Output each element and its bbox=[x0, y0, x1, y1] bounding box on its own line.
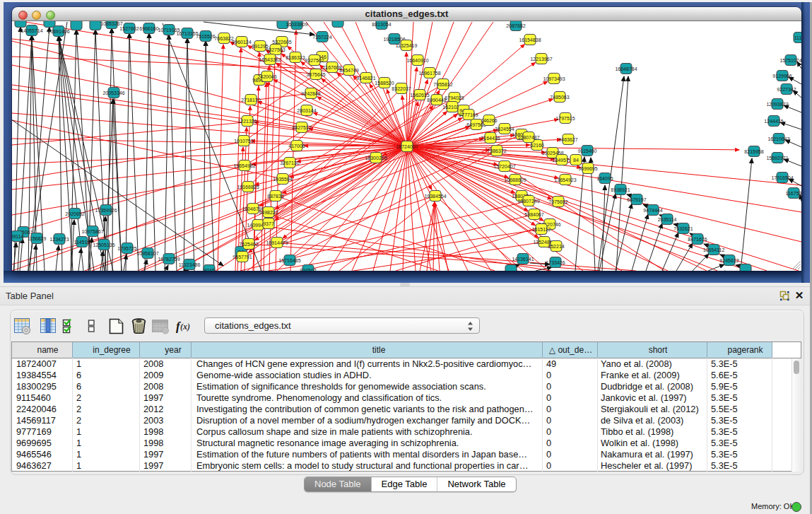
svg-text:3875645: 3875645 bbox=[306, 72, 325, 77]
svg-text:9242848: 9242848 bbox=[301, 91, 320, 96]
svg-text:15751074: 15751074 bbox=[779, 58, 801, 63]
svg-text:9657791: 9657791 bbox=[233, 255, 252, 259]
svg-text:8215958: 8215958 bbox=[744, 149, 763, 154]
svg-text:1527602: 1527602 bbox=[119, 26, 139, 31]
svg-text:1588520: 1588520 bbox=[375, 81, 394, 86]
svg-text:7075692: 7075692 bbox=[548, 199, 567, 204]
svg-text:3267130: 3267130 bbox=[280, 160, 299, 165]
svg-text:6794028: 6794028 bbox=[445, 95, 464, 100]
svg-text:1156829: 1156829 bbox=[28, 236, 47, 241]
svg-text:12213967: 12213967 bbox=[530, 57, 552, 62]
svg-text:10973493: 10973493 bbox=[543, 76, 565, 81]
svg-text:9245612: 9245612 bbox=[719, 258, 739, 263]
svg-text:19166825: 19166825 bbox=[237, 185, 259, 189]
svg-text:62160: 62160 bbox=[530, 143, 544, 148]
svg-text:7955812: 7955812 bbox=[433, 82, 452, 87]
svg-text:11325419: 11325419 bbox=[396, 43, 418, 48]
svg-text:924502: 924502 bbox=[300, 268, 316, 271]
svg-text:14055714: 14055714 bbox=[20, 28, 42, 33]
svg-text:16914479: 16914479 bbox=[266, 240, 288, 245]
svg-text:2935114: 2935114 bbox=[658, 217, 677, 222]
svg-text:9474444: 9474444 bbox=[643, 208, 662, 213]
svg-text:9115460: 9115460 bbox=[578, 148, 597, 153]
svg-text:3624554: 3624554 bbox=[495, 127, 514, 132]
svg-text:2164436: 2164436 bbox=[481, 136, 500, 141]
svg-text:9245: 9245 bbox=[204, 268, 215, 271]
svg-text:16154838: 16154838 bbox=[519, 37, 541, 42]
svg-text:2087682: 2087682 bbox=[506, 23, 525, 28]
svg-text:19654982: 19654982 bbox=[233, 163, 255, 168]
svg-text:10975867: 10975867 bbox=[81, 229, 103, 234]
svg-text:8427512: 8427512 bbox=[292, 125, 311, 130]
svg-text:16961758: 16961758 bbox=[418, 71, 440, 76]
svg-text:7632621: 7632621 bbox=[673, 226, 693, 231]
svg-text:7625402: 7625402 bbox=[239, 242, 258, 247]
svg-text:417006: 417006 bbox=[288, 144, 305, 148]
svg-text:9129966: 9129966 bbox=[772, 74, 792, 78]
svg-text:16648784: 16648784 bbox=[615, 66, 637, 71]
svg-text:19384554: 19384554 bbox=[424, 194, 446, 199]
svg-text:1349579: 1349579 bbox=[552, 158, 571, 163]
svg-text:13654923: 13654923 bbox=[554, 177, 576, 182]
svg-text:18300295: 18300295 bbox=[365, 156, 387, 160]
svg-text:9463627: 9463627 bbox=[558, 137, 577, 142]
svg-text:1797515: 1797515 bbox=[555, 116, 575, 121]
svg-text:15720407: 15720407 bbox=[493, 164, 515, 169]
svg-text:116753: 116753 bbox=[786, 191, 801, 196]
svg-text:16033809: 16033809 bbox=[286, 22, 307, 27]
svg-text:18724007: 18724007 bbox=[396, 144, 418, 149]
svg-text:1221336: 1221336 bbox=[237, 119, 257, 124]
svg-text:1935594: 1935594 bbox=[273, 177, 292, 182]
svg-text:8322037: 8322037 bbox=[392, 86, 411, 91]
svg-text:1112: 1112 bbox=[794, 35, 801, 40]
svg-text:1244415: 1244415 bbox=[764, 119, 783, 124]
svg-text:15716485: 15716485 bbox=[278, 258, 300, 263]
svg-text:(x): (x) bbox=[180, 322, 190, 332]
svg-text:9146821: 9146821 bbox=[356, 76, 375, 81]
svg-text:16210643: 16210643 bbox=[767, 136, 789, 141]
svg-text:1234273: 1234273 bbox=[49, 237, 69, 242]
svg-text:8454749: 8454749 bbox=[339, 68, 358, 73]
svg-text:16713155: 16713155 bbox=[176, 31, 198, 36]
svg-text:7386372: 7386372 bbox=[487, 148, 506, 153]
svg-text:7357224: 7357224 bbox=[312, 35, 331, 40]
svg-text:7515526: 7515526 bbox=[196, 34, 215, 39]
svg-text:7663822: 7663822 bbox=[214, 36, 233, 41]
svg-text:39114: 39114 bbox=[12, 234, 24, 239]
svg-text:5322605: 5322605 bbox=[272, 40, 291, 45]
svg-text:5984067: 5984067 bbox=[524, 212, 543, 217]
svg-text:2718170: 2718170 bbox=[241, 98, 260, 103]
svg-text:12505135: 12505135 bbox=[93, 243, 114, 247]
svg-text:9777169: 9777169 bbox=[459, 112, 478, 117]
svg-text:10688609: 10688609 bbox=[504, 177, 526, 182]
svg-text:1795725: 1795725 bbox=[117, 246, 136, 251]
svg-text:1010753: 1010753 bbox=[234, 139, 253, 144]
svg-text:12093872: 12093872 bbox=[766, 102, 788, 107]
svg-text:17016504: 17016504 bbox=[771, 175, 793, 180]
svg-text:9377: 9377 bbox=[263, 221, 274, 226]
svg-text:1562615: 1562615 bbox=[410, 93, 429, 98]
svg-text:20053346: 20053346 bbox=[102, 90, 124, 95]
svg-text:2420046: 2420046 bbox=[257, 74, 276, 79]
svg-text:20691406: 20691406 bbox=[47, 29, 69, 34]
svg-text:8186323: 8186323 bbox=[286, 55, 305, 60]
svg-text:8938921: 8938921 bbox=[611, 187, 630, 192]
svg-text:16640910: 16640910 bbox=[406, 58, 428, 63]
svg-text:7485063: 7485063 bbox=[550, 95, 569, 100]
svg-text:746266: 746266 bbox=[481, 118, 497, 123]
svg-text:8960124: 8960124 bbox=[232, 40, 251, 45]
svg-text:1733426: 1733426 bbox=[546, 260, 565, 265]
svg-text:15692971: 15692971 bbox=[766, 156, 788, 160]
svg-text:18807249: 18807249 bbox=[517, 199, 539, 204]
svg-text:17359926: 17359926 bbox=[95, 208, 117, 213]
svg-text:9699695: 9699695 bbox=[578, 166, 597, 171]
svg-text:8813054: 8813054 bbox=[372, 22, 391, 27]
svg-text:8471676: 8471676 bbox=[688, 237, 707, 242]
svg-text:6679197: 6679197 bbox=[627, 197, 646, 202]
svg-text:164095: 164095 bbox=[596, 176, 613, 181]
svg-text:84: 84 bbox=[573, 158, 579, 163]
svg-text:9327502: 9327502 bbox=[305, 58, 324, 63]
svg-text:11323486: 11323486 bbox=[179, 262, 201, 267]
svg-text:8990448: 8990448 bbox=[427, 98, 446, 103]
svg-text:9498222: 9498222 bbox=[259, 210, 278, 215]
